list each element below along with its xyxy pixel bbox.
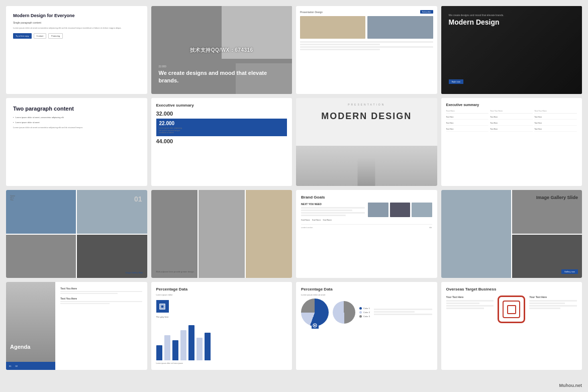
slide-3-topbar: Presentation Design Subscribe <box>300 10 433 14</box>
slide-13-item-1: Text You Here <box>60 287 142 294</box>
svg-rect-1 <box>161 305 164 308</box>
slide-3-line-4 <box>300 49 380 50</box>
slide-16-left-title: Your Text Here <box>446 296 494 299</box>
slide-1-subtitle: Single paragraph content <box>13 21 140 24</box>
slide-13-title: Agenda <box>10 344 30 350</box>
slide-11-heading: NEXT YOU NEED <box>301 203 365 206</box>
slide-16-title: Overseas Target Business <box>446 287 577 291</box>
slide-14-icon <box>156 300 169 313</box>
slide-14-bar-1 <box>156 345 162 360</box>
slide-grid: Modern Design for Everyone Single paragr… <box>0 0 588 376</box>
slide-7-top: PRESENTATION MODERN DESIGN <box>296 103 437 127</box>
slide-11-line-1 <box>301 207 365 209</box>
slide-11-sub-2: Goal Name <box>312 219 321 221</box>
slide-14-bar-5 <box>188 325 194 360</box>
slide-9-number: 01 <box>134 195 142 203</box>
slide-16-right-line-3 <box>529 305 577 307</box>
slide-11: Brand Goals NEXT YOU NEED Goal Name Goal… <box>296 190 437 278</box>
slide-15-legend-dot-3 <box>359 315 362 318</box>
slide-12-btn[interactable]: Gallery now <box>561 269 578 274</box>
slide-15-title: Percentage Data <box>301 287 432 291</box>
slide-11-line-2 <box>301 210 352 211</box>
slide-9-img-3 <box>6 235 76 278</box>
slide-14-chart <box>156 320 287 360</box>
slide-15-pie-2 <box>333 301 355 324</box>
slide-11-content: NEXT YOU NEED <box>301 203 432 217</box>
slide-16-right-line-2 <box>529 303 565 304</box>
slide-7-img <box>296 146 437 186</box>
slide-12: Image Gallery Slide Gallery now <box>441 190 582 278</box>
slide-15-lines <box>374 309 432 316</box>
slide-13-bar-1: 01 <box>9 365 11 367</box>
slide-15-tline-3 <box>374 314 432 315</box>
slide-9-img-1 <box>6 190 76 234</box>
slide-9-opt3: This <box>10 199 15 201</box>
slide-6-blue-box: 22.000 Lorem ipsum dolor adipiscingelit … <box>156 119 287 136</box>
slide-13-line-3 <box>60 301 142 302</box>
slide-16-left-line-2 <box>446 303 479 304</box>
slide-11-sub-3: Goal Name <box>323 219 332 221</box>
slide-13-item-2: Text You Here <box>60 297 142 304</box>
slide-5-bullet-1: Lorem ipsum dolor sit amet, consectetur … <box>13 116 140 119</box>
slide-3: Presentation Design Subscribe <box>296 6 437 94</box>
slide-6-small: Lorem ipsum dolor adipiscingelit sed do … <box>159 127 284 134</box>
slide-13: Agenda 01 02 Text You Here Text You Here <box>6 282 147 370</box>
slide-7-chair <box>358 158 375 186</box>
slide-8-cell-1-1: Text Here <box>446 115 489 120</box>
slide-15-legend: Color 1 Color 2 Color 3 <box>359 307 370 318</box>
slide-1-btn-3[interactable]: Featuring <box>48 33 63 39</box>
slide-7-title: MODERN DESIGN <box>296 111 437 122</box>
slide-14-icon-svg <box>159 303 166 310</box>
slide-1-btn-1[interactable]: Try a free copy <box>13 33 32 39</box>
slide-3-line-2 <box>300 44 380 45</box>
slide-16: Overseas Target Business Your Text Here … <box>441 282 582 370</box>
slide-1-body: Lorem ipsum dolor sit amet consectetur a… <box>13 27 140 30</box>
slide-4-btn[interactable]: Style now <box>449 79 463 84</box>
slide-16-left-line-3 <box>446 305 494 307</box>
slide-15-legend-label-3: Color 3 <box>363 315 370 318</box>
slide-16-right-line-4 <box>529 308 560 309</box>
slide-2-content: 22.000 We create designs and mood that e… <box>159 65 285 84</box>
slide-15-sub: Lorem ipsum dolor sit amet <box>301 293 432 296</box>
slide-14-sub: Lorem ipsum dolor <box>156 293 287 296</box>
slide-16-logo <box>498 296 525 323</box>
slide-2: 22.000 We create designs and mood that e… <box>151 6 292 94</box>
slide-8-cell-2-3: Text Here <box>534 121 577 126</box>
slide-5-body: Lorem ipsum dolor sit amet consectetur a… <box>13 126 140 129</box>
slide-1-btn-2[interactable]: Contact <box>34 33 47 39</box>
slide-16-logo-inner <box>503 301 520 318</box>
slide-8-cell-2-2: Text Here <box>490 121 533 126</box>
slide-2-number: 22.000 <box>159 65 285 68</box>
slide-14-bar-7 <box>205 333 211 360</box>
slide-10: Multi-adjacent lines provide greater des… <box>151 190 292 278</box>
slide-14-title: Percentage Data <box>156 287 287 291</box>
slide-3-btn[interactable]: Subscribe <box>420 10 433 14</box>
slide-16-logo-core <box>507 305 516 314</box>
slide-4: We create designs and mood that elevate … <box>441 6 582 94</box>
slide-5: Two paragraph content Lorem ipsum dolor … <box>6 98 147 186</box>
slide-15-legend-3: Color 3 <box>359 315 370 318</box>
slide-13-img: Agenda 01 02 <box>6 282 55 370</box>
slide-16-left-line-1 <box>446 300 494 302</box>
slide-15: Percentage Data Lorem ipsum dolor sit am… <box>296 282 437 370</box>
slide-16-content: Your Text Here Your Text Here <box>446 296 577 323</box>
slide-14-bar-label: The grey here <box>156 316 287 318</box>
slide-16-right-col: Your Text Here <box>529 296 577 310</box>
slide-8-cell-1-2: Text Here <box>490 115 533 120</box>
slide-3-img-2 <box>367 16 433 39</box>
slide-4-title: Modern Design <box>449 18 575 27</box>
slide-10-img-2 <box>199 190 245 278</box>
slide-1-buttons: Try a free copy Contact Featuring <box>13 33 140 39</box>
slide-13-bar: 01 02 <box>6 362 55 370</box>
bottom-logo: Muhou.net <box>559 383 582 388</box>
slide-13-item-title-2: Text You Here <box>60 297 142 300</box>
slide-15-tline-1 <box>374 309 432 310</box>
slide-8: Executive summary Text Here Text Too Her… <box>441 98 582 186</box>
slide-1-title: Modern Design for Everyone <box>13 13 140 19</box>
slide-15-legend-label-2: Color 2 <box>363 311 370 314</box>
slide-11-title: Brand Goals <box>301 195 432 200</box>
slide-5-title: Two paragraph content <box>13 105 140 112</box>
slide-15-legend-label-1: Color 1 <box>363 307 370 310</box>
slide-3-label: Presentation Design <box>300 11 323 14</box>
slide-8-col-3: Text Too Here <box>534 110 577 114</box>
